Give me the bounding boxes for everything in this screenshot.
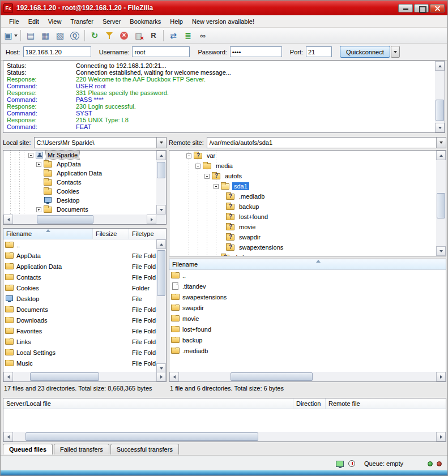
local-list-vscrollbar[interactable] — [156, 239, 166, 373]
scroll-right-button[interactable] — [436, 432, 446, 441]
column-header-filename[interactable]: Filename — [3, 229, 93, 239]
scroll-right-button[interactable] — [436, 372, 446, 381]
remote-file-row[interactable]: .titandev — [169, 281, 446, 291]
column-header-filesize[interactable]: Filesize — [93, 229, 129, 239]
collapse-icon[interactable] — [28, 153, 33, 158]
local-file-row[interactable]: CookiesFolder — [3, 282, 166, 293]
scrollbar-thumb[interactable] — [157, 250, 165, 296]
local-tree-item[interactable]: Application Data — [3, 169, 156, 178]
local-file-row[interactable]: ContactsFile Folder — [3, 272, 166, 282]
column-header-server-local-file[interactable]: Server/Local file — [3, 398, 293, 409]
local-tree-item[interactable]: AppData — [3, 160, 156, 169]
filter-button[interactable] — [103, 29, 116, 42]
local-tree-item[interactable]: Documents — [3, 205, 156, 214]
toggle-transfer-queue-button[interactable] — [68, 29, 82, 42]
scroll-left-button[interactable] — [3, 215, 13, 224]
scroll-right-button[interactable] — [147, 215, 156, 224]
remote-file-row[interactable]: .. — [169, 270, 446, 281]
menu-edit[interactable]: Edit — [24, 16, 44, 27]
tab-successful-transfers[interactable]: Successful transfers — [110, 444, 179, 454]
scrollbar-thumb[interactable] — [231, 372, 313, 381]
menu-view[interactable]: View — [44, 16, 66, 27]
refresh-button[interactable] — [88, 29, 101, 42]
host-input[interactable] — [23, 46, 91, 57]
remote-tree-item[interactable]: media — [169, 161, 436, 171]
remote-site-dropdown-button[interactable] — [436, 138, 446, 148]
port-input[interactable] — [306, 46, 332, 57]
cancel-button[interactable] — [117, 29, 131, 42]
menu-help[interactable]: Help — [165, 16, 187, 27]
log-scrollbar[interactable] — [435, 61, 445, 132]
scrollbar-thumb[interactable] — [437, 193, 445, 219]
expand-icon[interactable] — [36, 207, 41, 212]
remote-tree-item[interactable]: sda1 — [169, 181, 436, 191]
collapse-icon[interactable] — [195, 164, 200, 169]
remote-tree-item[interactable]: lost+found — [169, 212, 436, 222]
scroll-up-button[interactable] — [156, 239, 166, 249]
scroll-right-button[interactable] — [156, 372, 166, 381]
local-site-combo[interactable]: C:\Users\Mr Sparkle\ — [34, 137, 167, 148]
scrollbar-thumb[interactable] — [25, 432, 258, 441]
toggle-remote-tree-button[interactable] — [53, 29, 67, 42]
remote-tree-item[interactable]: .mediadb — [169, 191, 436, 201]
remote-file-row[interactable]: .mediadb — [169, 345, 446, 356]
scrollbar-thumb[interactable] — [30, 372, 99, 381]
remote-file-row[interactable]: swapextensions — [169, 291, 446, 302]
local-tree-item[interactable]: Mr Sparkle — [3, 151, 156, 160]
remote-tree-item[interactable]: movie — [169, 222, 436, 232]
collapse-icon[interactable] — [186, 153, 191, 158]
remote-file-row[interactable]: lost+found — [169, 324, 446, 335]
disconnect-button[interactable] — [132, 29, 146, 42]
minimize-button[interactable] — [398, 4, 413, 12]
local-file-row[interactable]: DocumentsFile Folder — [3, 304, 166, 315]
column-header-remote-file[interactable]: Remote file — [326, 398, 446, 409]
scroll-up-button[interactable] — [435, 61, 445, 71]
column-header-direction[interactable]: Direction — [293, 398, 326, 409]
close-button[interactable] — [430, 4, 445, 12]
local-tree-vscrollbar[interactable] — [156, 151, 166, 215]
scroll-up-button[interactable] — [436, 151, 446, 160]
local-file-row[interactable]: AppDataFile Folder — [3, 250, 166, 261]
tab-failed-transfers[interactable]: Failed transfers — [54, 444, 109, 454]
scroll-down-button[interactable] — [156, 205, 166, 215]
speed-limits-icon[interactable] — [348, 460, 355, 467]
local-file-row[interactable]: Local SettingsFile Folder — [3, 347, 166, 358]
local-file-row[interactable]: FavoritesFile Folder — [3, 325, 166, 336]
reconnect-button[interactable] — [147, 29, 160, 42]
scrollbar-thumb[interactable] — [436, 100, 444, 122]
scroll-left-button[interactable] — [3, 432, 13, 441]
maximize-button[interactable] — [414, 4, 429, 12]
local-file-row[interactable]: DownloadsFile Folder — [3, 315, 166, 325]
scroll-left-button[interactable] — [169, 372, 179, 381]
expand-icon[interactable] — [36, 162, 41, 167]
menu-transfer[interactable]: Transfer — [66, 16, 98, 27]
remote-tree-item[interactable]: swapdir — [169, 232, 436, 242]
remote-tree-item[interactable]: backup — [169, 201, 436, 212]
local-file-row[interactable]: MusicFile Folder — [3, 358, 166, 368]
remote-file-row[interactable]: swapdir — [169, 302, 446, 313]
local-file-row[interactable]: .. — [3, 239, 166, 250]
toggle-local-tree-button[interactable] — [39, 29, 52, 42]
toggle-message-log-button[interactable] — [24, 29, 37, 42]
quickconnect-dropdown-button[interactable] — [391, 46, 400, 58]
remote-tree-item[interactable]: autofs — [169, 171, 436, 181]
local-tree-hscrollbar[interactable] — [3, 215, 156, 224]
username-input[interactable] — [132, 46, 190, 57]
local-tree-item[interactable]: Cookies — [3, 187, 156, 196]
scrollbar-thumb[interactable] — [37, 215, 93, 224]
remote-file-row[interactable]: movie — [169, 313, 446, 324]
scroll-down-button[interactable] — [435, 123, 445, 132]
remote-tree-item[interactable]: dvd — [169, 252, 436, 256]
local-file-row[interactable]: DesktopFile — [3, 293, 166, 304]
local-tree-item[interactable]: Desktop — [3, 196, 156, 205]
scroll-up-button[interactable] — [156, 151, 166, 160]
column-header-filename[interactable]: Filename — [169, 259, 446, 269]
local-file-row[interactable]: LinksFile Folder — [3, 336, 166, 347]
remote-site-combo[interactable]: /var/media/autofs/sda1 — [207, 137, 446, 148]
local-file-row[interactable]: Application DataFile Folder — [3, 261, 166, 272]
menu-file[interactable]: File — [5, 16, 24, 27]
directory-comparison-button[interactable] — [167, 29, 180, 42]
tab-queued-files[interactable]: Queued files — [3, 444, 53, 454]
remote-tree-vscrollbar[interactable] — [436, 151, 446, 256]
site-manager-button[interactable] — [4, 29, 18, 42]
